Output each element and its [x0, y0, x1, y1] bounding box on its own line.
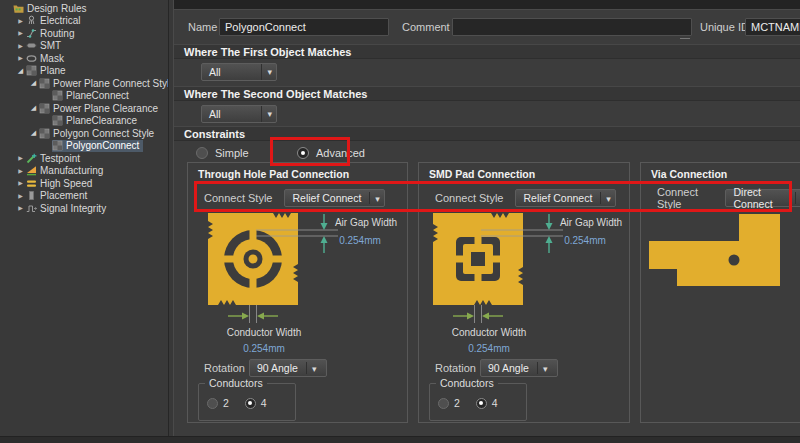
expand-arrow-icon[interactable]: ▶ [15, 40, 26, 52]
expand-arrow-icon[interactable]: ▶ [15, 165, 26, 177]
sidebar-item-smt[interactable]: ▶SMT [0, 40, 168, 53]
via-direct-connect-graphic [641, 209, 800, 319]
sidebar-item-testpoint[interactable]: ▶Testpoint [0, 152, 168, 165]
sidebar-item-design-rules[interactable]: Design Rules [0, 2, 168, 15]
sidebar-item-label: PlaneClearance [66, 115, 137, 126]
chevron-down-icon [261, 106, 272, 122]
sidebar-item-label: Electrical [40, 15, 81, 26]
collapse-arrow-icon[interactable]: ◢ [28, 102, 39, 114]
routing-icon [26, 28, 37, 39]
conductors-group: Conductors 2 4 [429, 383, 527, 421]
sidebar-item-label: High Speed [40, 178, 92, 189]
name-input[interactable]: PolygonConnect [219, 18, 389, 36]
radio-icon [438, 398, 449, 409]
chevron-down-icon [795, 192, 800, 204]
sidebar-item-high-speed[interactable]: ▶High Speed [0, 177, 168, 190]
sidebar-item-label: PolygonConnect [66, 140, 139, 151]
folder-icon [13, 3, 24, 14]
sidebar-item-label: SMT [40, 40, 61, 51]
sidebar-item-label: Testpoint [40, 153, 80, 164]
connect-style-value: Relief Connect [523, 192, 592, 204]
conductors-label: Conductors [205, 377, 267, 389]
sidebar-item-mask[interactable]: ▶Mask [0, 52, 168, 65]
rule-editor-panel: Name PolygonConnect Comment Unique ID MC… [173, 0, 800, 437]
signal-icon [26, 203, 37, 214]
tree-item-content: Power Plane Connect Style [39, 77, 169, 90]
sidebar-item-power-plane-connect-style[interactable]: ◢Power Plane Connect Style [0, 77, 168, 90]
chevron-down-icon [537, 362, 548, 374]
sidebar-item-power-plane-clearance[interactable]: ◢Power Plane Clearance [0, 102, 168, 115]
conductors-4-radio[interactable]: 4 [245, 396, 267, 409]
tree-item-content: PlaneClearance [52, 115, 141, 128]
conductors-2-radio[interactable]: 2 [207, 396, 229, 409]
tree-item-content: SMT [26, 40, 65, 53]
rotation-dropdown[interactable]: 90 Angle [480, 359, 558, 377]
advanced-radio[interactable]: Advanced [297, 146, 365, 159]
radio-icon [476, 398, 487, 409]
chevron-down-icon [600, 192, 611, 204]
expand-arrow-icon[interactable]: ▶ [15, 152, 26, 164]
advanced-radio-label: Advanced [316, 147, 365, 159]
conductors-2-radio[interactable]: 2 [438, 396, 460, 409]
conductors-2-label: 2 [454, 397, 460, 409]
rule-icon [39, 103, 50, 114]
connect-style-dropdown[interactable]: Direct Connect [725, 189, 800, 207]
expand-arrow-icon[interactable]: ▶ [15, 190, 26, 202]
unique-id-input[interactable]: MCTNAMFK [745, 18, 800, 36]
tree-item-content: Plane [26, 65, 70, 78]
svg-text:0.254mm: 0.254mm [468, 343, 510, 354]
rule-icon [52, 115, 63, 126]
smd-pad-graphic: Air Gap Width 0.254mm Conductor Width 0.… [419, 209, 631, 355]
collapse-arrow-icon[interactable]: ◢ [28, 77, 39, 89]
connect-style-value: Relief Connect [292, 192, 361, 204]
svg-text:0.254mm: 0.254mm [339, 235, 381, 246]
sidebar-item-plane[interactable]: ◢Plane [0, 65, 168, 78]
connect-style-dropdown[interactable]: Relief Connect [284, 189, 384, 207]
connect-style-dropdown[interactable]: Relief Connect [515, 189, 615, 207]
first-object-matches-header: Where The First Object Matches [174, 44, 800, 59]
rotation-label: Rotation [204, 362, 249, 374]
expand-arrow-icon[interactable]: ▶ [15, 177, 26, 189]
sidebar-item-label: Mask [40, 53, 64, 64]
placement-icon [26, 190, 37, 201]
expand-arrow-icon[interactable]: ▶ [15, 15, 26, 27]
tree-item-content: Design Rules [13, 2, 90, 15]
simple-radio-label: Simple [215, 147, 249, 159]
svg-text:Conductor Width: Conductor Width [452, 327, 526, 338]
sidebar-item-placement[interactable]: ▶Placement [0, 190, 168, 203]
panel-title: Through Hole Pad Connection [198, 168, 349, 180]
tree-item-content: High Speed [26, 177, 96, 190]
second-object-scope-dropdown[interactable]: All [201, 105, 277, 123]
sidebar-item-routing[interactable]: ▶Routing [0, 27, 168, 40]
tree-item-content: PolygonConnect [52, 140, 143, 153]
sidebar-item-manufacturing[interactable]: ▶Manufacturing [0, 165, 168, 178]
chevron-down-icon [261, 64, 272, 80]
sidebar-item-planeconnect[interactable]: PlaneConnect [0, 90, 168, 103]
sidebar-item-label: Power Plane Clearance [53, 103, 158, 114]
first-object-scope-dropdown[interactable]: All [201, 63, 277, 81]
sidebar-item-label: Signal Integrity [40, 203, 106, 214]
sidebar-item-polygonconnect[interactable]: PolygonConnect [0, 140, 168, 153]
expand-arrow-icon[interactable]: ▶ [15, 27, 26, 39]
comment-input[interactable] [452, 18, 692, 36]
expand-arrow-icon[interactable]: ▶ [15, 52, 26, 64]
sidebar-item-label: Manufacturing [40, 165, 103, 176]
conductors-4-radio[interactable]: 4 [476, 396, 498, 409]
panel-title: SMD Pad Connection [429, 168, 535, 180]
testpoint-icon [26, 153, 37, 164]
collapse-arrow-icon[interactable]: ◢ [28, 127, 39, 139]
tree-item-content: Testpoint [26, 152, 84, 165]
sidebar-item-signal-integrity[interactable]: ▶Signal Integrity [0, 202, 168, 215]
sidebar-item-planeclearance[interactable]: PlaneClearance [0, 115, 168, 128]
sidebar-item-polygon-connect-style[interactable]: ◢Polygon Connect Style [0, 127, 168, 140]
second-object-matches-header: Where The Second Object Matches [174, 86, 800, 101]
sidebar-item-electrical[interactable]: ▶Electrical [0, 15, 168, 28]
sidebar-item-label: Power Plane Connect Style [53, 78, 169, 89]
expand-arrow-icon[interactable]: ▶ [15, 202, 26, 214]
constraints-header: Constraints [174, 126, 800, 141]
collapse-arrow-icon[interactable]: ◢ [15, 65, 26, 77]
rotation-dropdown[interactable]: 90 Angle [249, 359, 327, 377]
conductors-group: Conductors 2 4 [198, 383, 296, 421]
simple-radio[interactable]: Simple [196, 146, 249, 159]
unique-id-label: Unique ID [700, 21, 749, 33]
